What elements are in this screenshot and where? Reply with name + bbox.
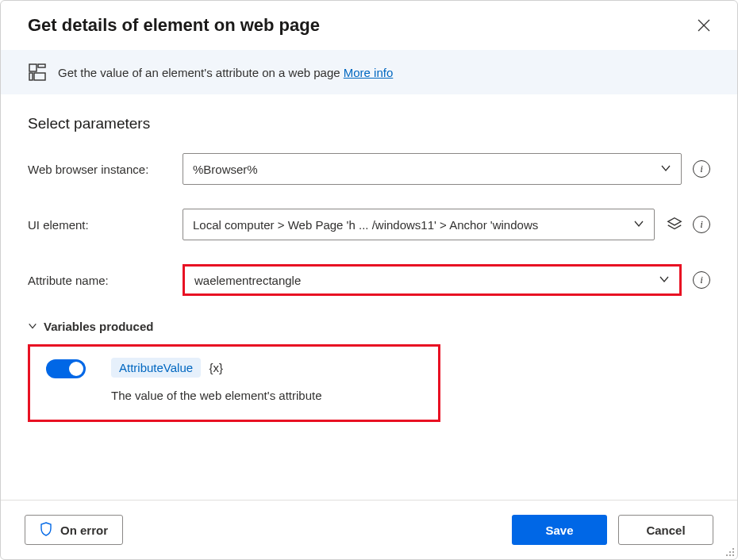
- browser-dropdown[interactable]: %Browser%: [183, 153, 682, 185]
- variable-details: AttributeValue {x} The value of the web …: [111, 358, 322, 402]
- info-icon[interactable]: i: [693, 160, 710, 178]
- on-error-label: On error: [60, 524, 108, 537]
- variable-placeholder: {x}: [209, 361, 224, 374]
- ui-element-dropdown[interactable]: Local computer > Web Page 'h ... /window…: [183, 209, 655, 240]
- dialog-title: Get details of element on web page: [28, 15, 320, 36]
- ui-element-value: Local computer > Web Page 'h ... /window…: [193, 218, 538, 232]
- chevron-down-icon: [659, 274, 670, 287]
- resize-grip-icon[interactable]: [724, 546, 735, 557]
- dialog-body: Select parameters Web browser instance: …: [1, 94, 737, 500]
- svg-point-5: [729, 551, 731, 553]
- variable-description: The value of the web element's attribute: [111, 389, 322, 402]
- svg-rect-2: [29, 73, 33, 80]
- ui-element-label: UI element:: [28, 218, 183, 232]
- dialog-footer: On error Save Cancel: [1, 500, 737, 559]
- element-details-icon: [28, 63, 47, 82]
- browser-value: %Browser%: [193, 163, 258, 176]
- save-button[interactable]: Save: [512, 515, 607, 545]
- section-title: Select parameters: [28, 115, 710, 132]
- variables-produced-label: Variables produced: [44, 320, 153, 333]
- close-button[interactable]: [694, 16, 713, 35]
- dialog-header: Get details of element on web page: [1, 1, 737, 50]
- chevron-down-icon: [28, 320, 37, 333]
- variables-produced-toggle[interactable]: Variables produced: [28, 320, 710, 333]
- attribute-value: waelementrectangle: [194, 274, 301, 287]
- cancel-button[interactable]: Cancel: [618, 515, 713, 545]
- param-row-ui-element: UI element: Local computer > Web Page 'h…: [28, 209, 710, 240]
- chevron-down-icon: [660, 163, 671, 176]
- ui-element-picker-icon[interactable]: [666, 216, 683, 233]
- svg-rect-0: [29, 64, 37, 71]
- param-row-browser: Web browser instance: %Browser% i: [28, 153, 710, 185]
- svg-rect-1: [38, 64, 45, 67]
- svg-point-6: [732, 551, 734, 553]
- svg-point-9: [732, 554, 734, 556]
- svg-point-4: [732, 548, 734, 550]
- chevron-down-icon: [633, 218, 644, 232]
- svg-point-7: [726, 554, 728, 556]
- variable-enabled-toggle[interactable]: [46, 359, 86, 378]
- browser-label: Web browser instance:: [28, 163, 183, 176]
- info-icon[interactable]: i: [693, 271, 710, 289]
- more-info-link[interactable]: More info: [344, 66, 394, 79]
- variable-name-pill[interactable]: AttributeValue: [111, 358, 201, 378]
- attribute-dropdown[interactable]: waelementrectangle: [183, 264, 682, 296]
- variables-produced-box: AttributeValue {x} The value of the web …: [28, 344, 440, 422]
- svg-rect-3: [34, 73, 45, 80]
- banner-text: Get the value of an element's attribute …: [58, 66, 393, 79]
- info-banner: Get the value of an element's attribute …: [1, 50, 737, 94]
- svg-point-8: [729, 554, 731, 556]
- on-error-button[interactable]: On error: [25, 515, 123, 545]
- param-row-attribute: Attribute name: waelementrectangle i: [28, 264, 710, 296]
- shield-icon: [40, 522, 52, 539]
- close-icon: [698, 19, 710, 32]
- attribute-label: Attribute name:: [28, 274, 183, 287]
- banner-description: Get the value of an element's attribute …: [58, 66, 344, 79]
- info-icon[interactable]: i: [693, 216, 710, 233]
